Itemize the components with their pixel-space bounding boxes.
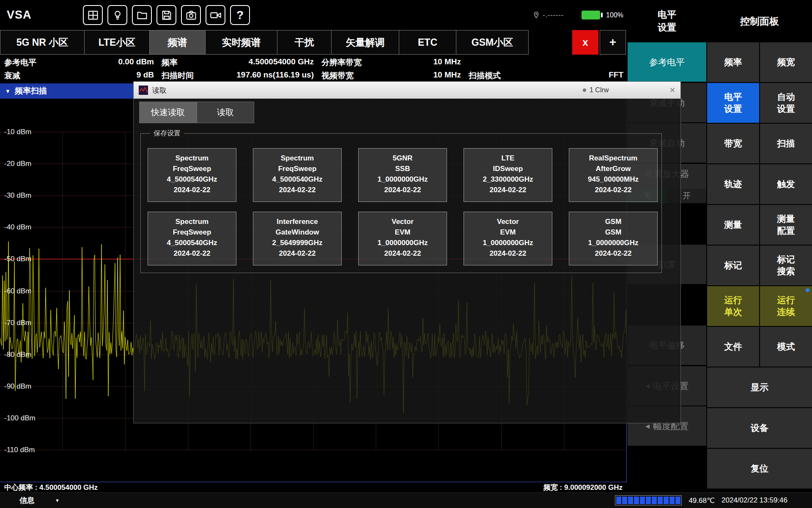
setting-value: 0.00 dBm (118, 57, 154, 68)
window-layout-button[interactable] (83, 5, 103, 25)
cp-measure-button[interactable]: 测量 (707, 205, 759, 245)
preset-frequency: 945_00000MHz (569, 174, 657, 185)
tab-interference[interactable]: 干扰 (277, 30, 332, 55)
brightness-button[interactable] (107, 5, 127, 25)
preset-card[interactable]: Spectrum FreqSweep 4_5000540GHz 2024-02-… (148, 148, 236, 202)
collapse-icon: ▼ (5, 88, 11, 94)
open-folder-button[interactable] (132, 5, 152, 25)
setting-value: FFT (609, 70, 623, 81)
preset-type: EVM (359, 227, 447, 237)
preset-card[interactable]: LTE IDSweep 2_3300000GHz 2024-02-22 (464, 148, 552, 202)
setting-value: 4.500054000 GHz (249, 57, 314, 68)
preset-frequency: 4_5000540GHz (148, 237, 236, 248)
dialog-tab-quick-recall[interactable]: 快速读取 (139, 102, 197, 123)
dialog-tab-recall[interactable]: 读取 (197, 102, 254, 123)
toolbar-buttons: ? (83, 5, 250, 25)
tab-vector-demod[interactable]: 矢量解调 (332, 30, 399, 55)
preset-model: Interference (253, 216, 341, 227)
tab-gsm-cell[interactable]: GSM小区 (456, 30, 529, 55)
preset-model: 5GNR (359, 153, 447, 163)
preset-card[interactable]: RealSpectrum AfterGrow 945_00000MHz 2024… (569, 148, 658, 202)
cp-file-button[interactable]: 文件 (707, 327, 759, 367)
close-tab-button[interactable]: x (572, 30, 598, 55)
record-button[interactable] (206, 5, 225, 25)
cp-level-settings-button[interactable]: 电平 设置 (707, 83, 759, 123)
preset-card[interactable]: Interference GateWindow 2_5649999GHz 202… (253, 212, 342, 265)
preset-date: 2024-02-22 (253, 185, 341, 195)
dialog-title: 读取 (152, 86, 167, 95)
help-icon: ? (236, 9, 244, 21)
cp-device-button[interactable]: 设备 (707, 408, 812, 448)
screenshot-button[interactable] (181, 5, 201, 25)
cp-frequency-button[interactable]: 频率 (707, 42, 759, 82)
help-button[interactable]: ? (230, 5, 250, 25)
cp-run-single-button[interactable]: 运行 单次 (707, 286, 759, 326)
preset-type: FreqSweep (253, 163, 341, 174)
location-value: -.------ (543, 11, 564, 19)
dialog-close-button[interactable]: × (665, 82, 680, 99)
preset-card[interactable]: Spectrum FreqSweep 4_5000540GHz 2024-02-… (253, 148, 342, 202)
battery-percent: 100% (606, 11, 623, 19)
preset-card[interactable]: Vector EVM 1_0000000GHz 2024-02-22 (464, 212, 552, 265)
tab-etc[interactable]: ETC (399, 30, 456, 55)
cp-sweep-button[interactable]: 扫描 (760, 124, 812, 163)
y-axis-label: -110 dBm (4, 446, 35, 454)
tab-realtime-spectrum[interactable]: 实时频谱 (206, 30, 277, 55)
y-axis-label: -70 dBm (4, 319, 31, 327)
trace-marker-dot (583, 88, 586, 92)
cp-span-button[interactable]: 频宽 (760, 42, 812, 82)
preset-model: Vector (359, 216, 447, 227)
back-arrow-icon: ◀ (645, 423, 650, 429)
preset-grid: Spectrum FreqSweep 4_5000540GHz 2024-02-… (148, 148, 661, 265)
tab-5gnr-cell[interactable]: 5G NR 小区 (0, 30, 85, 55)
setting-value: 10 MHz (433, 70, 461, 81)
gps-status: -.------ (532, 11, 564, 19)
cp-marker-search-button[interactable]: 标记 搜索 (760, 246, 812, 285)
ref-level-button[interactable]: 参考电平 (628, 42, 706, 82)
preset-frequency: 2_5649999GHz (253, 237, 341, 248)
save-icon (161, 9, 173, 21)
preset-model: LTE (464, 153, 552, 163)
cp-reset-button[interactable]: 复位 (707, 449, 812, 489)
cp-measure-config-button[interactable]: 测量 配置 (760, 205, 812, 245)
cp-auto-set-button[interactable]: 自动 设置 (760, 83, 812, 123)
cp-marker-button[interactable]: 标记 (707, 246, 759, 285)
signal-meter (615, 495, 682, 505)
y-axis-label: -50 dBm (4, 255, 31, 263)
cp-bandwidth-button[interactable]: 带宽 (707, 124, 759, 163)
saved-settings-group: 保存设置 Spectrum FreqSweep 4_5000540GHz 202… (140, 129, 662, 273)
y-axis-label: -30 dBm (4, 191, 31, 200)
preset-card[interactable]: Spectrum FreqSweep 4_5000540GHz 2024-02-… (148, 212, 236, 265)
preset-frequency: 2_3300000GHz (464, 174, 552, 185)
message-menu-label: 信息 (19, 495, 35, 505)
app-logo: VSA (7, 8, 83, 22)
preset-card[interactable]: Vector EVM 1_0000000GHz 2024-02-22 (358, 212, 447, 265)
cp-run-continuous-button[interactable]: 运行 连续 (760, 286, 812, 326)
preset-frequency: 1_0000000GHz (569, 237, 657, 248)
save-button[interactable] (156, 5, 176, 25)
add-tab-button[interactable]: + (600, 30, 626, 55)
preset-date: 2024-02-22 (359, 248, 447, 259)
preset-type: AfterGrow (569, 163, 657, 174)
preset-frequency: 1_0000000GHz (359, 237, 447, 248)
cp-display-button[interactable]: 显示 (707, 367, 812, 407)
battery-indicator: 100% (582, 11, 623, 19)
y-axis-label: -20 dBm (4, 160, 31, 168)
dialog-tabs: 快速读取 读取 (139, 102, 254, 123)
top-toolbar: VSA ? -.------ 100% (0, 0, 627, 30)
window-layout-icon (87, 9, 99, 21)
preset-type: FreqSweep (148, 227, 236, 237)
setting-label: 分辨率带宽 (321, 57, 362, 68)
setting-value: 9 dB (137, 70, 154, 81)
cp-trigger-button[interactable]: 触发 (760, 164, 812, 204)
tab-lte-cell[interactable]: LTE小区 (85, 30, 150, 55)
preset-card[interactable]: GSM GSM 1_0000000GHz 2024-02-22 (569, 212, 658, 265)
tab-spectrum[interactable]: 频谱 (150, 30, 206, 55)
preset-type: IDSweep (464, 163, 552, 174)
dialog-app-icon (139, 86, 148, 95)
control-panel-grid: 频率 频宽 电平 设置 自动 设置 带宽 扫描 轨迹 触发 测量 测量 配置 标… (707, 42, 812, 489)
preset-card[interactable]: 5GNR SSB 1_0000000GHz 2024-02-22 (358, 148, 447, 202)
cp-mode-button[interactable]: 模式 (760, 327, 812, 367)
message-menu[interactable]: 信息 ▼ (0, 495, 85, 505)
cp-trace-button[interactable]: 轨迹 (707, 164, 759, 204)
